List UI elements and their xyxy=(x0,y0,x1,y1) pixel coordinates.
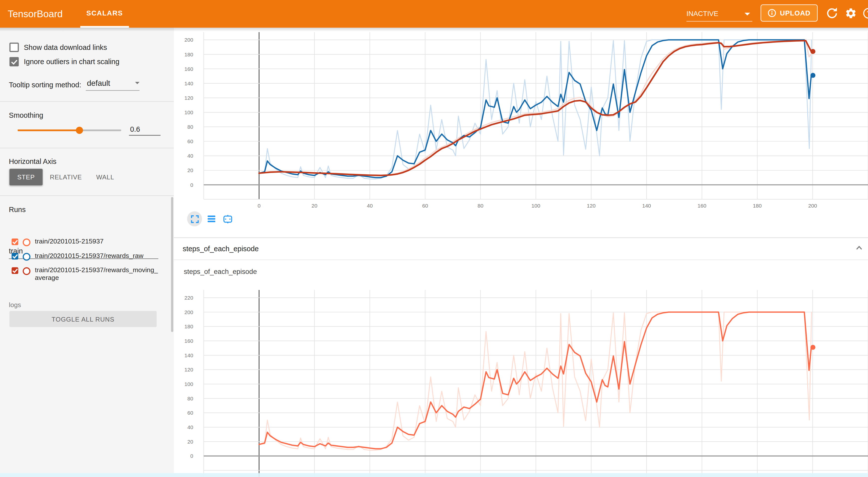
settings-icon[interactable] xyxy=(845,7,857,20)
svg-text:80: 80 xyxy=(187,124,193,130)
fit-domain-button[interactable] xyxy=(220,211,235,226)
svg-text:100: 100 xyxy=(532,203,540,209)
upload-button[interactable]: UPLOAD xyxy=(761,4,817,22)
svg-text:200: 200 xyxy=(808,203,817,209)
scalar-chart-steps[interactable]: 020406080100120140160180200220 xyxy=(183,288,868,477)
svg-text:120: 120 xyxy=(587,203,595,209)
run-row-rewards-moving-average[interactable]: train/20201015-215937/rewards_moving_ave… xyxy=(12,267,159,282)
svg-text:120: 120 xyxy=(184,367,193,373)
show-download-links-checkbox[interactable]: Show data download links xyxy=(9,43,107,52)
run-row-train[interactable]: train/20201015-215937 xyxy=(12,238,159,246)
run-checkbox-red[interactable] xyxy=(12,267,19,274)
run-label: train/20201015-215937 xyxy=(35,238,159,246)
svg-text:140: 140 xyxy=(642,203,651,209)
axis-step-button[interactable]: STEP xyxy=(9,169,43,186)
svg-text:160: 160 xyxy=(698,203,706,209)
tensorboard-app: TensorBoard SCALARS INACTIVE UPLOAD ? xyxy=(0,0,868,477)
run-checkbox-blue[interactable] xyxy=(12,253,19,260)
svg-text:180: 180 xyxy=(184,324,193,329)
svg-text:0: 0 xyxy=(257,203,260,209)
svg-text:220: 220 xyxy=(184,295,193,300)
svg-text:20: 20 xyxy=(187,439,193,445)
upload-label: UPLOAD xyxy=(780,9,810,17)
svg-text:120: 120 xyxy=(184,95,193,101)
chart-card-title: steps_of_each_episode xyxy=(184,268,257,276)
expand-chart-button[interactable] xyxy=(187,211,202,226)
divider xyxy=(0,101,174,102)
svg-text:140: 140 xyxy=(184,352,193,358)
tooltip-sorting-label: Tooltip sorting method: xyxy=(9,81,81,89)
collapse-section-icon[interactable] xyxy=(856,246,863,250)
sidebar-scrollbar[interactable] xyxy=(171,197,173,332)
svg-text:40: 40 xyxy=(187,153,193,159)
svg-text:60: 60 xyxy=(187,410,193,416)
show-download-links-label: Show data download links xyxy=(24,43,107,52)
runs-label: Runs xyxy=(9,205,26,214)
slider-thumb[interactable] xyxy=(76,127,83,134)
svg-text:180: 180 xyxy=(184,52,193,57)
run-circle-blue[interactable] xyxy=(23,253,30,261)
app-header: TensorBoard SCALARS INACTIVE UPLOAD ? xyxy=(0,0,868,28)
select-underline xyxy=(86,90,140,91)
checkbox-checked-icon xyxy=(9,57,19,66)
run-circle-red[interactable] xyxy=(23,267,30,275)
svg-text:40: 40 xyxy=(187,424,193,430)
bottom-scroll-strip xyxy=(0,473,868,477)
svg-text:?: ? xyxy=(867,10,868,17)
checkbox-unchecked-icon xyxy=(9,43,19,52)
help-icon[interactable]: ? xyxy=(863,7,868,20)
svg-text:100: 100 xyxy=(184,381,193,387)
app-title: TensorBoard xyxy=(8,0,63,28)
axis-wall-button[interactable]: WALL xyxy=(93,169,118,186)
scalar-chart-rewards[interactable]: 0204060801001201401601802000204060801001… xyxy=(183,28,868,237)
svg-text:200: 200 xyxy=(184,309,193,315)
ignore-outliers-label: Ignore outliers in chart scaling xyxy=(24,58,119,66)
tab-scalars[interactable]: SCALARS xyxy=(80,0,129,28)
svg-text:180: 180 xyxy=(753,203,762,209)
lines-icon xyxy=(207,215,215,223)
run-row-rewards-raw[interactable]: train/20201015-215937/rewards_raw xyxy=(12,252,159,260)
section-steps-of-each-episode[interactable]: steps_of_each_episode xyxy=(174,237,868,260)
chevron-down-icon xyxy=(744,12,750,15)
axis-relative-button[interactable]: RELATIVE xyxy=(48,169,84,186)
svg-text:80: 80 xyxy=(187,396,193,402)
tooltip-sorting-select[interactable]: default xyxy=(87,78,140,87)
main-content: 0204060801001201401601802000204060801001… xyxy=(174,28,868,477)
divider xyxy=(0,195,174,196)
run-label: train/20201015-215937/rewards_raw xyxy=(35,252,159,260)
fit-to-data-icon xyxy=(223,215,232,223)
smoothing-value-input[interactable] xyxy=(129,125,160,135)
run-circle-orange[interactable] xyxy=(23,238,30,246)
svg-text:60: 60 xyxy=(187,138,193,144)
svg-text:160: 160 xyxy=(184,66,193,72)
divider xyxy=(0,148,174,148)
svg-text:160: 160 xyxy=(184,338,193,344)
svg-text:200: 200 xyxy=(184,37,193,43)
svg-text:20: 20 xyxy=(187,167,193,173)
svg-text:80: 80 xyxy=(478,203,484,209)
chevron-down-icon xyxy=(135,82,140,84)
tooltip-sorting-value: default xyxy=(87,78,110,87)
svg-text:0: 0 xyxy=(190,182,193,188)
logs-label: logs xyxy=(9,301,21,309)
run-checkbox-orange[interactable] xyxy=(12,238,19,245)
smoothing-slider[interactable] xyxy=(18,129,121,131)
ignore-outliers-checkbox[interactable]: Ignore outliers in chart scaling xyxy=(9,57,120,66)
experiment-status-dropdown[interactable]: INACTIVE xyxy=(686,7,752,22)
section-title: steps_of_each_episode xyxy=(183,245,259,253)
svg-text:0: 0 xyxy=(190,453,193,459)
toggle-y-axis-button[interactable] xyxy=(204,211,219,226)
sidebar: Show data download links Ignore outliers… xyxy=(0,28,175,477)
refresh-icon[interactable] xyxy=(826,7,838,20)
horizontal-axis-label: Horizontal Axis xyxy=(9,157,56,165)
run-label: train/20201015-215937/rewards_moving_ave… xyxy=(35,267,159,282)
svg-text:60: 60 xyxy=(422,203,428,209)
toggle-all-runs-button[interactable]: TOGGLE ALL RUNS xyxy=(9,311,157,327)
chart-toolbar xyxy=(187,211,235,226)
svg-text:20: 20 xyxy=(311,203,317,209)
info-icon xyxy=(768,9,776,17)
svg-text:40: 40 xyxy=(367,203,373,209)
svg-text:140: 140 xyxy=(184,81,193,86)
status-label: INACTIVE xyxy=(686,10,718,18)
svg-text:100: 100 xyxy=(184,109,193,115)
